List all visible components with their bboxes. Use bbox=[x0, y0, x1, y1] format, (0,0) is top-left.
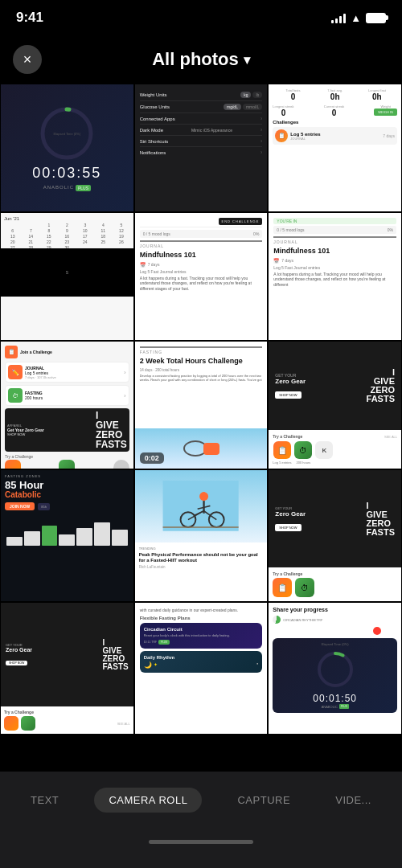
log-meta: JOURNAL bbox=[290, 137, 380, 141]
mood-logs: 0 / 5 mood logs bbox=[143, 231, 170, 236]
settings-cell[interactable]: Weight Units kg lb Glucose Units mg/dL m… bbox=[134, 84, 269, 212]
fasts-value: 0 bbox=[273, 92, 313, 101]
status-time: 9:41 bbox=[16, 10, 43, 26]
see-all-2[interactable]: SEE ALL bbox=[384, 435, 397, 439]
nav-tabs: TEXT CAMERA ROLL CAPTURE VIDE... bbox=[0, 772, 402, 828]
grid-row-1: Elapsed Time (0%) 00:03:55 ANABOLIC PLUS… bbox=[0, 84, 402, 212]
fasting-tag: FASTING bbox=[140, 346, 263, 354]
streak-value: 0 bbox=[273, 108, 293, 117]
two-week-title: 2 Week Total Hours Challenge bbox=[140, 357, 263, 366]
mindfulness-body-2: A lot happens during a fast. Tracking yo… bbox=[273, 272, 396, 288]
try-challenge-label-2: Try a Challenge bbox=[273, 571, 397, 576]
two-week-challenge-cell[interactable]: YOU'RE IN 0 / 5 mood logs 0% JOURNAL Min… bbox=[268, 212, 402, 341]
stats-cell[interactable]: Total fasts 0 7-fast avg. 0h Longest fas… bbox=[268, 84, 402, 212]
daily-rhythm-label: Daily Rhythm bbox=[144, 655, 259, 660]
chevron-down-icon[interactable]: ▾ bbox=[244, 52, 250, 68]
calendar-cell[interactable]: Jun '21 SMTWTFS 12345 6789101112 1314151… bbox=[0, 212, 134, 341]
close-button[interactable]: × bbox=[13, 45, 42, 74]
fasting-timer-cell[interactable]: Elapsed Time (0%) 00:03:55 ANABOLIC PLUS bbox=[0, 84, 134, 212]
dark-mode-label: Dark Mode bbox=[140, 128, 163, 133]
shop-now-btn-3[interactable]: SHOP NOW bbox=[6, 661, 27, 665]
elapsed-label: Elapsed Time (0%) bbox=[53, 131, 80, 135]
avg-value: 0h bbox=[315, 92, 355, 101]
article-timer-cell[interactable]: FASTING 2 Week Total Hours Challenge 14 … bbox=[134, 341, 269, 469]
log-icon: 📋 bbox=[275, 129, 288, 142]
mood-logs-2: 0 / 5 mood logs bbox=[277, 227, 304, 232]
peak-title: Peak Physical Performance should not be … bbox=[139, 552, 264, 563]
battery-icon bbox=[366, 13, 386, 23]
catabolic-label: Catabolic bbox=[5, 490, 129, 499]
arrow-icon-3: › bbox=[260, 138, 262, 144]
zero-gear-apparel-cell[interactable]: Get Your Zero Gear SHOP NOW IGIVEZEROFAS… bbox=[0, 602, 134, 735]
svg-point-12 bbox=[319, 653, 351, 686]
brand-plus: PLUS bbox=[76, 185, 91, 191]
hours-label: 200 hours bbox=[25, 395, 121, 400]
fasting-zones-cell[interactable]: 📋 Join a Challenge ✏️ JOURNAL Log 5 entr… bbox=[0, 341, 134, 469]
lb-toggle[interactable]: lb bbox=[252, 92, 262, 98]
fasting-catabolic-cell[interactable]: FASTING ZONES 85 Hour Catabolic JOIN NOW… bbox=[0, 469, 134, 602]
capture-tab[interactable]: CAPTURE bbox=[228, 788, 300, 813]
calendar-icon-2: 📅 bbox=[273, 258, 279, 264]
dark-mode-value: Mimic iOS Appearance bbox=[191, 128, 232, 133]
journal-tag: JOURNAL bbox=[140, 240, 263, 248]
join-now-btn[interactable]: JOIN NOW bbox=[5, 502, 35, 510]
zero-gear-try-cell[interactable]: Get Your Zero Gear SHOP NOW IGIVEZEROFAS… bbox=[268, 341, 402, 469]
longest-value: 0h bbox=[357, 92, 397, 101]
log-days: 7 days bbox=[383, 133, 395, 138]
two-week-days: 14 days bbox=[140, 368, 153, 372]
two-week-hours: 200 total hours bbox=[155, 368, 179, 372]
glucose-units-label: Glucose Units bbox=[140, 104, 170, 109]
connected-apps-label: Connected Apps bbox=[140, 117, 175, 121]
see-all-3[interactable]: SEE ALL bbox=[117, 722, 130, 726]
mindfulness-cell[interactable]: END CHALLENGE 0 / 5 mood logs 0% JOURNAL… bbox=[134, 212, 269, 341]
mini-elapsed: Elapsed Time (0%) bbox=[322, 642, 349, 646]
bottom-nav: TEXT CAMERA ROLL CAPTURE VIDE... bbox=[0, 772, 402, 868]
header: × All photos ▾ bbox=[0, 35, 402, 84]
share-progress-label: Share your progress bbox=[273, 607, 397, 612]
zero-gear-full-cell[interactable]: Get Your Zero Gear SHOP NOW IGIVEZEROFAS… bbox=[268, 469, 402, 602]
notifications-label: Notifications bbox=[140, 150, 166, 155]
status-icons: ▲ bbox=[331, 12, 386, 24]
video-tab[interactable]: VIDE... bbox=[326, 788, 381, 813]
grid-row-3: 📋 Join a Challenge ✏️ JOURNAL Log 5 entr… bbox=[0, 341, 402, 469]
try-challenge-2: Try a Challenge bbox=[273, 434, 302, 439]
mini-timer: 00:01:50 bbox=[313, 693, 357, 704]
mindfulness-title: Mindfulness 101 bbox=[140, 251, 263, 260]
current-value: 0 bbox=[324, 108, 344, 117]
wifi-icon: ▲ bbox=[351, 12, 361, 24]
journal-tag-2: JOURNAL bbox=[273, 236, 396, 244]
photo-grid: Elapsed Time (0%) 00:03:55 ANABOLIC PLUS… bbox=[0, 84, 402, 772]
hours200-try-label: 200 hours bbox=[297, 461, 311, 465]
youre-in-badge: YOU'RE IN bbox=[273, 218, 396, 224]
mindfulness-title-2: Mindfulness 101 bbox=[273, 247, 396, 256]
shop-now-label[interactable]: SHOP NOW bbox=[7, 432, 93, 436]
grid-row-2: Jun '21 SMTWTFS 12345 6789101112 1314151… bbox=[0, 212, 402, 341]
flexible-plans-label: Flexible Fasting Plans bbox=[140, 616, 263, 620]
arrow-icon-4: › bbox=[260, 149, 262, 155]
bike-performance-cell[interactable]: Trending Peak Physical Performance shoul… bbox=[134, 469, 269, 602]
arrow-icon-2: › bbox=[260, 127, 262, 133]
svg-point-3 bbox=[199, 493, 208, 502]
home-bar bbox=[149, 840, 253, 844]
weight-units-label: Weight Units bbox=[140, 92, 167, 97]
mindfulness-entries: Log 5 Fast Journal entries bbox=[140, 269, 187, 274]
camera-roll-tab[interactable]: CAMERA ROLL bbox=[94, 788, 202, 813]
home-indicator bbox=[0, 828, 402, 855]
shop-now-btn[interactable]: SHOP NOW bbox=[275, 391, 301, 399]
text-tab[interactable]: TEXT bbox=[21, 788, 68, 813]
try-challenge-label: Try a Challenge bbox=[5, 454, 129, 459]
zones-label: FASTING ZONES bbox=[5, 474, 129, 478]
kg-toggle[interactable]: kg bbox=[240, 92, 251, 98]
mmol-toggle[interactable]: mmol/L bbox=[243, 104, 262, 110]
cal-month: Jun '21 bbox=[4, 216, 130, 221]
fasting-plans-cell[interactable]: with curated daily guidance in our exper… bbox=[134, 602, 269, 735]
mindfulness-duration: 7 days bbox=[148, 262, 160, 267]
challenges-label: Challenges bbox=[273, 120, 397, 125]
share-progress-cell[interactable]: Share your progress CIRCADIAN RHYTHM TRF… bbox=[268, 602, 402, 735]
shop-now-btn-2[interactable]: SHOP NOW bbox=[275, 524, 301, 531]
weigh-in-button[interactable]: WEIGH IN bbox=[374, 108, 397, 116]
end-challenge-button[interactable]: END CHALLENGE bbox=[219, 218, 263, 225]
siri-label: Siri Shortcuts bbox=[140, 139, 169, 144]
brand-word: ANABOLIC bbox=[43, 185, 74, 191]
mgdl-toggle[interactable]: mg/dL bbox=[224, 104, 241, 110]
